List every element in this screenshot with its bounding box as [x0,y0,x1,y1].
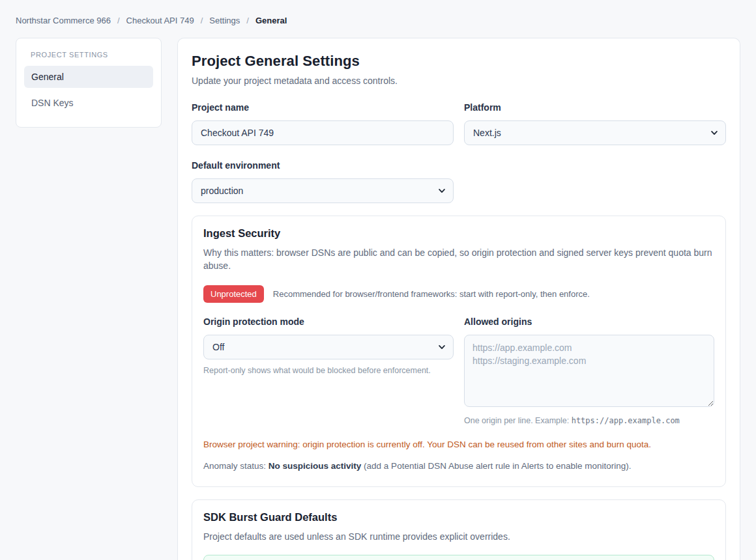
page-title: Project General Settings [192,53,726,70]
default-environment-select[interactable]: production [192,178,454,203]
anomaly-status-value: No suspicious activity [269,461,362,471]
origin-protection-field-group: Origin protection mode Off Report-only s… [203,316,454,425]
general-settings-panel: Project General Settings Update your pro… [177,38,740,560]
status-badge: Unprotected [203,285,264,303]
origin-mode-help-text: Report-only shows what would be blocked … [203,366,454,375]
origin-example-code: https://app.example.com [572,416,680,425]
breadcrumb-settings[interactable]: Settings [209,16,240,25]
ingest-security-description: Why this matters: browser DSNs are publi… [203,246,714,273]
sidebar-section-header: PROJECT SETTINGS [24,46,153,66]
allowed-origins-help-text: One origin per line. Example: https://ap… [464,416,714,425]
allowed-origins-field-group: Allowed origins One origin per line. Exa… [464,316,714,425]
project-meta-form: Project name Platform Next.js [192,102,726,145]
ingest-security-card: Ingest Security Why this matters: browse… [192,216,726,487]
platform-label: Platform [464,102,726,113]
environment-form-row: Default environment production [192,160,726,203]
help-prefix: One origin per line. Example: [464,416,572,425]
anomaly-prefix: Anomaly status: [203,461,269,471]
breadcrumb-separator: / [246,16,249,25]
sdk-burst-guard-title: SDK Burst Guard Defaults [203,511,714,524]
breadcrumb-org[interactable]: Northstar Commerce 966 [16,16,111,25]
breadcrumb-separator: / [201,16,203,25]
sidebar-item-general[interactable]: General [24,66,153,88]
platform-field-group: Platform Next.js [464,102,726,145]
origin-protection-mode-label: Origin protection mode [203,316,454,327]
breadcrumb-current-page: General [255,16,287,25]
browser-project-warning: Browser project warning: origin protecti… [203,440,714,449]
runtime-defaults-banner: Runtime using project defaults [203,555,714,560]
default-environment-label: Default environment [192,160,454,171]
sdk-burst-guard-card: SDK Burst Guard Defaults Project default… [192,499,726,560]
ingest-security-title: Ingest Security [203,227,714,240]
settings-sidebar: PROJECT SETTINGS General DSN Keys [16,38,162,128]
breadcrumb-project[interactable]: Checkout API 749 [126,16,194,25]
breadcrumb-separator: / [117,16,120,25]
sidebar-item-dsn-keys[interactable]: DSN Keys [24,92,153,114]
allowed-origins-textarea[interactable] [464,335,714,407]
page-subtitle: Update your project metadata and access … [192,76,726,86]
anomaly-suffix: (add a Potential DSN Abuse alert rule in… [361,461,631,471]
project-name-field-group: Project name [192,102,454,145]
platform-select[interactable]: Next.js [464,120,726,145]
layout: PROJECT SETTINGS General DSN Keys Projec… [16,38,740,560]
ingest-security-form: Origin protection mode Off Report-only s… [203,316,714,425]
sdk-burst-guard-description: Project defaults are used unless an SDK … [203,530,714,543]
status-recommendation: Recommended for browser/frontend framewo… [273,289,590,299]
anomaly-status-line: Anomaly status: No suspicious activity (… [203,461,714,471]
project-name-input[interactable] [192,120,454,145]
allowed-origins-label: Allowed origins [464,316,714,327]
project-name-label: Project name [192,102,454,113]
page: Northstar Commerce 966 / Checkout API 74… [0,0,756,560]
default-environment-field-group: Default environment production [192,160,454,203]
protection-status-row: Unprotected Recommended for browser/fron… [203,285,714,303]
origin-protection-mode-select[interactable]: Off [203,335,454,359]
breadcrumb: Northstar Commerce 966 / Checkout API 74… [16,0,740,25]
